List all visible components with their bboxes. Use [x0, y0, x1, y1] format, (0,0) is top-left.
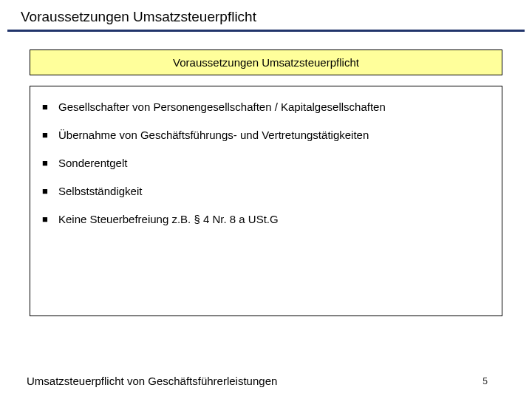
list-item: ■ Übernahme von Geschäftsführungs- und V… — [42, 128, 490, 143]
list-item: ■ Keine Steuerbefreiung z.B. § 4 Nr. 8 a… — [42, 212, 490, 227]
content-box: ■ Gesellschafter von Personengesellschaf… — [30, 86, 502, 316]
slide: Voraussetzungen Umsatzsteuerpflicht Vora… — [0, 0, 532, 399]
list-item-text: Keine Steuerbefreiung z.B. § 4 Nr. 8 a U… — [58, 212, 490, 227]
square-bullet-icon: ■ — [42, 156, 58, 171]
square-bullet-icon: ■ — [42, 128, 58, 143]
square-bullet-icon: ■ — [42, 184, 58, 199]
square-bullet-icon: ■ — [42, 100, 58, 115]
list-item-text: Übernahme von Geschäftsführungs- und Ver… — [58, 128, 490, 143]
footer-text: Umsatzsteuerpflicht von Geschäftsführerl… — [27, 375, 277, 387]
footer: Umsatzsteuerpflicht von Geschäftsführerl… — [0, 375, 532, 387]
list-item-text: Selbstständigkeit — [58, 184, 490, 199]
page-title: Voraussetzungen Umsatzsteuerpflicht — [0, 0, 532, 30]
list-item-text: Sonderentgelt — [58, 156, 490, 171]
square-bullet-icon: ■ — [42, 212, 58, 227]
subtitle-text: Voraussetzungen Umsatzsteuerpflicht — [173, 56, 359, 69]
subtitle-box: Voraussetzungen Umsatzsteuerpflicht — [30, 50, 502, 75]
bullet-list: ■ Gesellschafter von Personengesellschaf… — [42, 100, 490, 227]
list-item: ■ Selbstständigkeit — [42, 184, 490, 199]
title-divider — [7, 30, 525, 32]
list-item: ■ Sonderentgelt — [42, 156, 490, 171]
list-item: ■ Gesellschafter von Personengesellschaf… — [42, 100, 490, 115]
list-item-text: Gesellschafter von Personengesellschafte… — [58, 100, 490, 115]
page-number: 5 — [482, 376, 488, 386]
